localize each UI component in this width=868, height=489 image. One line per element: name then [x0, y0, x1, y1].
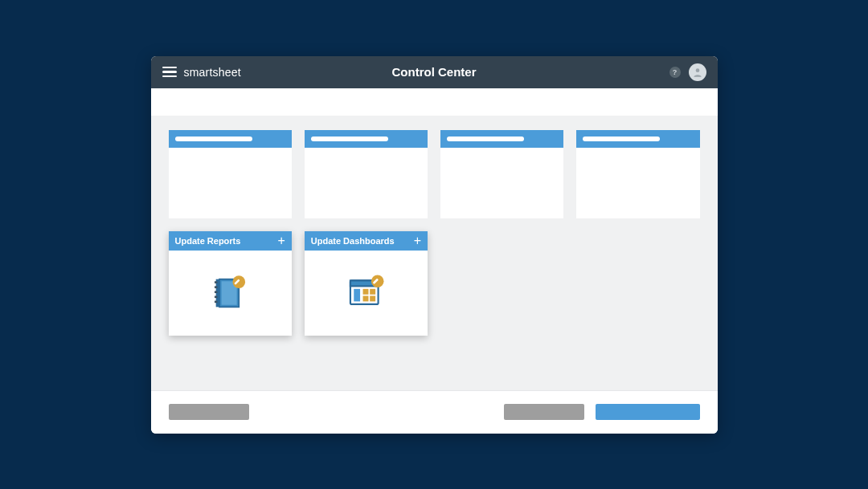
plus-icon[interactable]: +	[414, 234, 421, 247]
plus-icon[interactable]: +	[277, 234, 285, 247]
report-edit-icon	[209, 272, 251, 314]
svg-point-0	[695, 68, 699, 72]
svg-rect-15	[371, 288, 376, 294]
tile-header	[440, 130, 563, 148]
placeholder-line	[583, 137, 660, 141]
footer	[151, 390, 718, 434]
tile-body	[440, 148, 563, 218]
tile-header	[305, 130, 428, 148]
help-icon[interactable]: ?	[669, 67, 681, 78]
titlebar-right: ?	[669, 63, 706, 81]
tile-body	[305, 148, 428, 218]
dashboard-edit-icon	[345, 272, 387, 314]
tile-body	[169, 148, 292, 218]
tile-placeholder[interactable]	[576, 130, 699, 218]
titlebar: smartsheet Control Center ?	[151, 56, 718, 88]
app-window: smartsheet Control Center ?	[151, 56, 718, 434]
tile-header	[169, 130, 292, 148]
svg-rect-3	[215, 286, 217, 288]
tile-body	[169, 251, 292, 336]
tile-update-reports[interactable]: Update Reports +	[169, 231, 292, 336]
svg-rect-4	[215, 291, 217, 293]
content-area: Update Reports +	[151, 116, 718, 390]
tile-header: Update Reports +	[169, 231, 292, 251]
tile-title: Update Dashboards	[311, 236, 395, 246]
tile-update-dashboards[interactable]: Update Dashboards +	[305, 231, 428, 336]
tile-body	[305, 251, 428, 336]
placeholder-line	[311, 137, 388, 141]
svg-rect-16	[363, 295, 369, 301]
tile-header	[576, 130, 699, 148]
tile-placeholder[interactable]	[169, 130, 292, 218]
menu-icon[interactable]	[162, 65, 177, 79]
placeholder-line	[175, 137, 252, 141]
svg-rect-17	[371, 295, 376, 301]
svg-rect-13	[354, 288, 361, 301]
tile-placeholder[interactable]	[440, 130, 563, 218]
footer-secondary-button[interactable]	[504, 404, 584, 420]
user-icon	[692, 67, 703, 78]
footer-back-button[interactable]	[169, 404, 249, 420]
tile-body	[576, 148, 699, 218]
svg-rect-6	[215, 300, 217, 303]
page-title: Control Center	[392, 65, 477, 79]
svg-rect-5	[215, 295, 217, 298]
tile-title: Update Reports	[175, 236, 241, 246]
footer-primary-button[interactable]	[596, 404, 700, 420]
placeholder-line	[447, 137, 524, 141]
svg-point-18	[371, 275, 384, 287]
svg-rect-2	[215, 281, 217, 283]
svg-rect-14	[363, 288, 369, 294]
tile-grid: Update Reports +	[169, 130, 700, 336]
brand-label: smartsheet	[184, 66, 241, 79]
svg-point-9	[233, 275, 246, 288]
toolbar-spacer	[151, 88, 718, 116]
tile-header: Update Dashboards +	[305, 231, 428, 251]
tile-placeholder[interactable]	[305, 130, 428, 218]
avatar[interactable]	[689, 63, 706, 81]
